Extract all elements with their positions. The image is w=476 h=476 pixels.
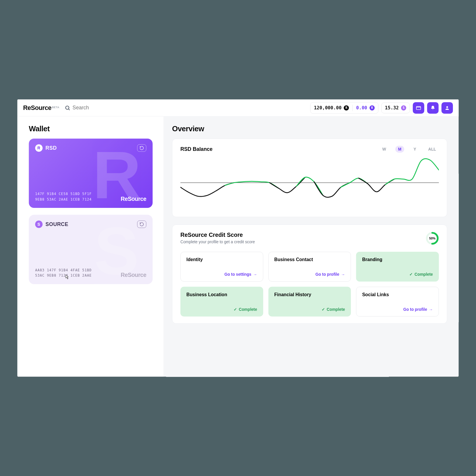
card-token: R RSD (35, 144, 57, 152)
wallet-button[interactable] (413, 102, 424, 113)
app-window: ReSource BETA 120,000.00 R 0.00 R 15.32 (17, 99, 458, 377)
credit-tile: Branding✓Complete (356, 252, 439, 282)
header-bar: ReSource BETA 120,000.00 R 0.00 R 15.32 (17, 99, 458, 117)
profile-button[interactable] (441, 102, 453, 113)
svg-rect-2 (416, 106, 421, 110)
credit-tiles: IdentityGo to settings→Business ContactG… (180, 252, 439, 316)
search-icon (65, 105, 70, 111)
period-w[interactable]: W (380, 146, 389, 153)
search-input[interactable] (73, 105, 124, 111)
main: Overview RSD Balance W M Y ALL (163, 116, 458, 377)
balance-primary[interactable]: 120,000.00 R (311, 102, 352, 113)
tile-complete-label: ✓Complete (362, 272, 433, 277)
user-icon (445, 105, 450, 111)
credit-title: ReSource Credit Score (180, 232, 255, 238)
balance-secondary[interactable]: 0.00 R (353, 102, 378, 113)
credit-tile: Business Location✓Complete (180, 287, 263, 317)
sidebar: Wallet R R RSD 147F 91B4 CE58 51BD 5F1F (17, 116, 163, 377)
svg-line-1 (68, 109, 70, 110)
token-badge-rsd-icon: R (344, 105, 349, 111)
balance-title: RSD Balance (180, 146, 213, 152)
bell-icon (430, 105, 436, 111)
history-icon (139, 222, 144, 227)
token-circle-icon: S (35, 220, 42, 228)
search[interactable] (65, 105, 124, 111)
arrow-right-icon: → (341, 272, 345, 277)
period-y[interactable]: Y (411, 146, 419, 153)
brand: ReSource BETA (23, 104, 59, 111)
wallet-card-source[interactable]: S S SOURCE AA83 147F 91B4 4FAE 51BD 53AC… (29, 215, 153, 284)
tile-action-link[interactable]: Go to profile→ (362, 307, 433, 312)
header-right: 120,000.00 R 0.00 R 15.32 S (310, 102, 453, 113)
card-history-button[interactable] (137, 220, 146, 228)
tile-title: Business Location (187, 292, 257, 297)
balance-panel: RSD Balance W M Y ALL (172, 139, 447, 217)
check-icon: ✓ (234, 307, 237, 312)
token-badge-purple-icon: R (370, 105, 375, 111)
sidebar-title: Wallet (29, 125, 156, 133)
body: Wallet R R RSD 147F 91B4 CE58 51BD 5F1F (17, 116, 458, 377)
tile-title: Financial History (274, 292, 345, 297)
svg-point-3 (446, 106, 448, 108)
credit-score-panel: ReSource Credit Score Complete your prof… (172, 225, 447, 324)
check-icon: ✓ (409, 272, 413, 277)
tile-complete-label: ✓Complete (274, 307, 345, 312)
svg-point-0 (65, 106, 69, 109)
card-hash: AA83 147F 91B4 4FAE 51BD 53AC 9EB8 7124 … (35, 268, 92, 279)
credit-tile: Business ContactGo to profile→ (268, 252, 351, 282)
wallet-card-rsd[interactable]: R R RSD 147F 91B4 CE58 51BD 5F1F 9EB8 53… (29, 139, 153, 208)
token-circle-icon: R (35, 144, 42, 152)
balance-chart (180, 156, 439, 210)
card-brand: ReSource (121, 272, 146, 279)
progress-label: 50% (426, 232, 439, 245)
arrow-right-icon: → (429, 307, 433, 312)
notifications-button[interactable] (427, 102, 439, 113)
check-icon: ✓ (322, 307, 325, 312)
card-history-button[interactable] (137, 144, 146, 152)
tile-action-link[interactable]: Go to settings→ (187, 272, 257, 277)
period-all[interactable]: ALL (425, 146, 439, 153)
credit-subtitle: Complete your profile to get a credit sc… (180, 239, 255, 244)
tile-complete-label: ✓Complete (187, 307, 257, 312)
balance-group: 120,000.00 R 0.00 R (310, 102, 378, 113)
tile-action-link[interactable]: Go to profile→ (274, 272, 345, 277)
tile-title: Social Links (362, 292, 433, 297)
credit-tile: IdentityGo to settings→ (180, 252, 263, 282)
page-title: Overview (172, 125, 447, 133)
beta-badge: BETA (52, 106, 59, 109)
card-hash: 147F 91B4 CE58 51BD 5F1F 9EB8 53AC 2AAE … (35, 191, 92, 202)
credit-tile: Social LinksGo to profile→ (356, 287, 439, 317)
tile-title: Branding (362, 257, 433, 263)
token-badge-source-icon: S (401, 105, 406, 111)
period-tabs: W M Y ALL (380, 146, 439, 153)
card-token: S SOURCE (35, 220, 68, 228)
brand-name: ReSource (23, 104, 51, 111)
card-brand: ReSource (121, 196, 146, 202)
wallet-icon (416, 105, 422, 111)
balance-source[interactable]: 15.32 S (381, 102, 410, 113)
arrow-right-icon: → (253, 272, 257, 277)
history-icon (139, 146, 144, 150)
period-m[interactable]: M (395, 146, 404, 153)
tile-title: Identity (187, 257, 257, 263)
tile-title: Business Contact (274, 257, 345, 263)
progress-ring: 50% (426, 232, 439, 245)
credit-tile: Financial History✓Complete (268, 287, 351, 317)
